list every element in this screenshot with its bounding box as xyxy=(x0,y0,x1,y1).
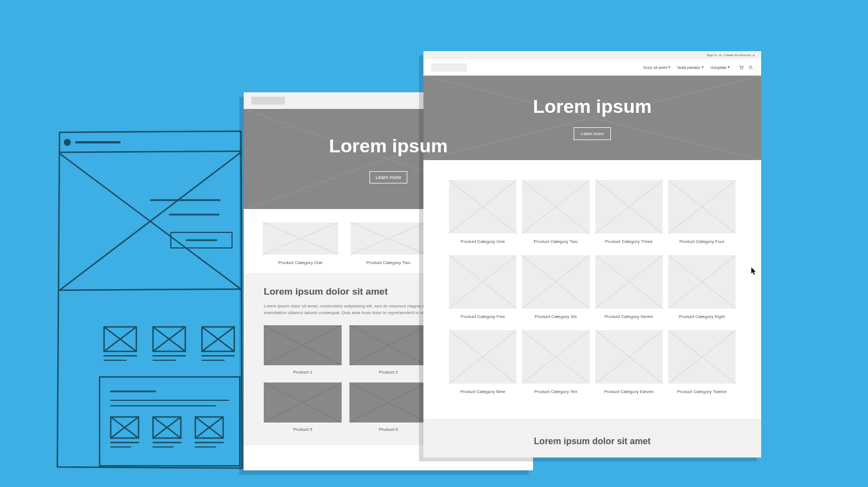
logo-placeholder[interactable] xyxy=(431,63,467,72)
placeholder-image xyxy=(522,255,589,309)
placeholder-image xyxy=(595,255,663,309)
placeholder-image xyxy=(522,330,589,384)
category-label: Product Category Eleven xyxy=(595,389,663,394)
product-label: Product 6 xyxy=(349,427,427,432)
chevron-down-icon: ▾ xyxy=(753,53,754,57)
placeholder-image xyxy=(595,180,663,233)
category-label: Product Category Twelve xyxy=(668,389,736,394)
category-card[interactable]: Product Category Eight xyxy=(668,255,736,319)
placeholder-image xyxy=(595,330,663,384)
nav-right: Dolor sit amet▾ Nulla pariatur▾ Voluptat… xyxy=(643,65,753,70)
cursor-icon xyxy=(751,267,757,275)
category-card[interactable]: Product Category Three xyxy=(595,180,663,244)
svg-point-29 xyxy=(741,69,741,69)
placeholder-image xyxy=(668,330,736,384)
category-grid: Product Category One Product Category Tw… xyxy=(423,160,761,408)
product-item[interactable]: Product 1 xyxy=(264,325,342,375)
category-card[interactable]: Product Category Five xyxy=(449,255,516,319)
placeholder-image xyxy=(264,325,342,365)
nav-item[interactable]: Dolor sit amet▾ xyxy=(643,65,670,69)
category-card[interactable]: Product Category Nine xyxy=(449,330,516,394)
chevron-down-icon: ▾ xyxy=(668,65,670,69)
placeholder-image xyxy=(668,255,736,309)
mid-hero-title: Lorem ipsum xyxy=(329,135,447,157)
nav-bar: Dolor sit amet▾ Nulla pariatur▾ Voluptat… xyxy=(423,59,761,76)
placeholder-image xyxy=(264,382,342,423)
svg-line-32 xyxy=(752,68,753,69)
category-card[interactable]: Product Category Eleven xyxy=(595,330,663,394)
bottom-section: Lorem ipsum dolor sit amet xyxy=(423,419,761,458)
nav-item[interactable]: Voluptate▾ xyxy=(711,65,730,69)
signin-link[interactable]: Sign In xyxy=(707,53,717,57)
hi-hero-title: Lorem ipsum xyxy=(533,96,652,117)
chevron-down-icon: ▾ xyxy=(728,65,730,69)
product-label: Product 5 xyxy=(264,427,342,432)
cart-icon[interactable] xyxy=(739,65,744,70)
product-item[interactable]: Product 2 xyxy=(349,325,427,375)
placeholder-image xyxy=(449,255,516,309)
product-label: Product 2 xyxy=(349,370,427,375)
util-or: or xyxy=(719,53,722,57)
category-label: Product Category Ten xyxy=(522,389,589,394)
category-card[interactable]: Product Category One xyxy=(449,180,516,244)
svg-point-0 xyxy=(65,140,70,145)
create-account-link[interactable]: Create An Account xyxy=(723,53,751,57)
category-label: Product Category Eight xyxy=(668,314,736,319)
category-label: Product Category One xyxy=(449,239,516,244)
category-label: Product Category Five xyxy=(449,314,516,319)
category-card[interactable]: Product Category Ten xyxy=(522,330,589,394)
sketch-wireframe xyxy=(53,128,248,473)
category-label: Product Category One xyxy=(263,260,338,265)
category-label: Product Category Two xyxy=(351,260,426,265)
mid-category-item[interactable]: Product Category Two xyxy=(351,222,426,265)
mid-learn-more-button[interactable]: Learn more xyxy=(369,171,407,183)
category-card[interactable]: Product Category Two xyxy=(522,180,589,244)
learn-more-button[interactable]: Learn more xyxy=(574,127,611,140)
category-label: Product Category Six xyxy=(522,314,589,319)
placeholder-image xyxy=(522,180,589,233)
bottom-section-title: Lorem ipsum dolor sit amet xyxy=(449,436,736,446)
mid-category-item[interactable]: Product Category One xyxy=(263,222,338,265)
svg-point-30 xyxy=(742,69,743,69)
category-card[interactable]: Product Category Six xyxy=(522,255,589,319)
product-item[interactable]: Product 6 xyxy=(349,382,427,432)
chevron-down-icon: ▾ xyxy=(702,65,704,69)
category-card[interactable]: Product Category Four xyxy=(668,180,736,244)
svg-point-31 xyxy=(749,66,752,68)
placeholder-image xyxy=(263,222,338,255)
category-label: Product Category Two xyxy=(522,239,589,244)
placeholder-image xyxy=(349,325,427,365)
placeholder-image xyxy=(668,180,736,233)
category-label: Product Category Nine xyxy=(449,389,516,394)
nav-item[interactable]: Nulla pariatur▾ xyxy=(677,65,704,69)
hi-fidelity-wireframe: Sign In or Create An Account ▾ Dolor sit… xyxy=(423,51,761,457)
search-icon[interactable] xyxy=(748,65,753,70)
category-card[interactable]: Product Category Twelve xyxy=(668,330,736,394)
placeholder-image xyxy=(351,222,426,255)
utility-bar: Sign In or Create An Account ▾ xyxy=(423,51,761,59)
category-label: Product Category Three xyxy=(595,239,663,244)
category-label: Product Category Seven xyxy=(595,314,663,319)
category-card[interactable]: Product Category Seven xyxy=(595,255,663,319)
logo-placeholder xyxy=(251,97,285,105)
placeholder-image xyxy=(349,382,427,423)
hi-hero: Lorem ipsum Learn more xyxy=(423,76,761,160)
placeholder-image xyxy=(449,180,516,233)
placeholder-image xyxy=(449,330,516,384)
svg-rect-5 xyxy=(100,377,240,466)
product-item[interactable]: Product 5 xyxy=(264,382,342,432)
category-label: Product Category Four xyxy=(668,239,736,244)
product-label: Product 1 xyxy=(264,370,342,375)
